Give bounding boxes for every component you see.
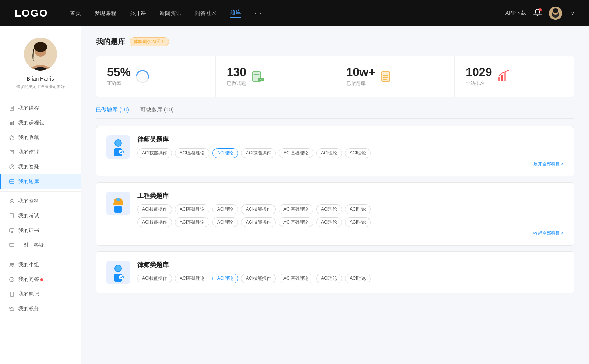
sidebar-item-qa[interactable]: 我的答疑 xyxy=(0,160,81,174)
nav-discover[interactable]: 发现课程 xyxy=(94,10,116,17)
main-nav: 首页 发现课程 公开课 新闻资讯 问答社区 题库 ··· xyxy=(70,9,505,18)
svg-point-21 xyxy=(11,199,13,201)
file-icon xyxy=(9,105,15,111)
sidebar-item-homework[interactable]: 我的作业 xyxy=(0,145,81,160)
stat-done-label: 已做试题 xyxy=(227,80,246,87)
tag-item[interactable]: ACI理论 xyxy=(316,217,342,227)
user-icon xyxy=(9,198,15,204)
trial-badge: 体验剩余23天！ xyxy=(130,37,169,46)
nav-news[interactable]: 新闻资讯 xyxy=(159,10,181,17)
edit-icon xyxy=(9,149,15,155)
lawyer-2-icon xyxy=(110,263,126,282)
svg-rect-7 xyxy=(10,106,14,110)
qbank-lawyer-2-tags: ACI技能操作 ACI基础理论 ACI理论 ACI技能操作 ACI基础理论 AC… xyxy=(137,274,564,283)
tag-item[interactable]: ACI技能操作 xyxy=(241,148,276,158)
svg-point-71 xyxy=(119,275,123,279)
notification-bell[interactable] xyxy=(533,8,542,18)
stat-ranking: 1029 全站排名 xyxy=(455,56,574,97)
svg-rect-66 xyxy=(114,206,122,213)
stat-rank-number: 1029 xyxy=(466,66,492,78)
sidebar-item-exams[interactable]: 我的考试 xyxy=(0,208,81,223)
nav-qa[interactable]: 问答社区 xyxy=(195,10,217,17)
tag-item[interactable]: ACI基础理论 xyxy=(175,217,209,227)
avatar-image xyxy=(549,7,562,20)
collapse-button-engineer[interactable]: 收起全部科目 > xyxy=(137,230,564,236)
svg-point-6 xyxy=(34,42,47,52)
tag-item[interactable]: ACI理论 xyxy=(316,148,342,158)
tag-item[interactable]: ACI基础理论 xyxy=(175,148,209,158)
tag-item-active[interactable]: ACI理论 xyxy=(212,148,238,158)
tag-item[interactable]: ACI技能操作 xyxy=(137,217,172,227)
sidebar-item-packages[interactable]: 我的课程包... xyxy=(0,115,81,130)
svg-rect-12 xyxy=(13,121,14,125)
engineer-icon xyxy=(110,194,126,213)
user-menu-chevron[interactable]: ∨ xyxy=(571,11,574,16)
tag-item[interactable]: ACI技能操作 xyxy=(137,204,172,214)
tag-item[interactable]: ACI基础理论 xyxy=(279,204,313,214)
expand-button-lawyer-1[interactable]: 展开全部科目 > xyxy=(137,161,564,167)
tag-item[interactable]: ACI理论 xyxy=(212,217,238,227)
tag-item[interactable]: ACI技能操作 xyxy=(241,274,276,283)
sidebar-label-points: 我的积分 xyxy=(18,306,39,312)
tab-available-banks[interactable]: 可做题库 (10) xyxy=(140,106,174,118)
tag-item[interactable]: ACI理论 xyxy=(345,148,371,158)
filetext-icon xyxy=(9,213,15,219)
question-icon: ? xyxy=(9,276,15,282)
avatar[interactable] xyxy=(549,7,562,20)
stat-done-questions: 130 已做试题 ✓ xyxy=(216,56,335,97)
tag-item[interactable]: ACI技能操作 xyxy=(137,274,172,283)
sidebar-item-certificate[interactable]: 我的证书 xyxy=(0,223,81,238)
table-icon xyxy=(9,179,15,185)
sidebar-item-profile[interactable]: 我的资料 xyxy=(0,194,81,208)
nav-home[interactable]: 首页 xyxy=(70,10,81,17)
sidebar-item-myqa[interactable]: ? 我的问答 xyxy=(0,272,81,287)
tag-item-active[interactable]: ACI理论 xyxy=(212,274,238,283)
tag-item[interactable]: ACI理论 xyxy=(345,204,371,214)
svg-rect-64 xyxy=(113,203,123,205)
page-title: 我的题库 xyxy=(96,37,125,47)
sidebar-item-favorites[interactable]: 我的收藏 xyxy=(0,130,81,145)
logo: LOGO xyxy=(15,7,48,19)
nav-more[interactable]: ··· xyxy=(254,10,262,17)
notebook-icon xyxy=(9,291,15,297)
sidebar-item-courses[interactable]: 我的课程 xyxy=(0,101,81,115)
stat-accuracy: 55% 正确率 xyxy=(96,56,216,97)
qbank-engineer-tags-row1: ACI技能操作 ACI基础理论 ACI理论 ACI技能操作 ACI基础理论 AC… xyxy=(137,204,564,214)
qbank-card-lawyer-2: 律师类题库 ACI技能操作 ACI基础理论 ACI理论 ACI技能操作 ACI基… xyxy=(96,251,574,293)
sidebar-item-points[interactable]: 我的积分 xyxy=(0,301,81,316)
tag-item[interactable]: ACI基础理论 xyxy=(175,274,209,283)
nav-opencourse[interactable]: 公开课 xyxy=(130,10,146,17)
sidebar-item-notes[interactable]: 我的笔记 xyxy=(0,287,81,301)
nav-qbank[interactable]: 题库 xyxy=(230,9,241,18)
tag-item[interactable]: ACI理论 xyxy=(316,204,342,214)
tag-item[interactable]: ACI技能操作 xyxy=(241,217,276,227)
page-body: Brian Harris 错误的决定比没有决定要好 我的课程 我的课程包... xyxy=(0,26,589,364)
tag-item[interactable]: ACI技能操作 xyxy=(241,204,276,214)
stat-done-banks: 10w+ 已做题库 xyxy=(335,56,455,97)
svg-rect-18 xyxy=(10,180,14,183)
tag-item[interactable]: ACI基础理论 xyxy=(175,204,209,214)
sidebar-item-oneone[interactable]: 一对一答疑 xyxy=(0,238,81,253)
tab-done-banks[interactable]: 已做题库 (10) xyxy=(96,106,129,118)
svg-point-41 xyxy=(139,73,146,80)
app-download-button[interactable]: APP下载 xyxy=(505,10,526,17)
tag-item[interactable]: ACI理论 xyxy=(345,217,371,227)
svg-rect-57 xyxy=(504,72,506,81)
qbank-lawyer-1-tags: ACI技能操作 ACI基础理论 ACI理论 ACI技能操作 ACI基础理论 AC… xyxy=(137,148,564,158)
sidebar-item-qbank[interactable]: 我的题库 xyxy=(0,174,81,189)
sidebar-label-oneone: 一对一答疑 xyxy=(18,242,44,249)
svg-text:?: ? xyxy=(11,278,13,281)
tag-item[interactable]: ACI理论 xyxy=(212,204,238,214)
sidebar-label-qbank: 我的题库 xyxy=(18,178,39,185)
qbank-lawyer-2-icon-wrap xyxy=(106,261,130,284)
tag-item[interactable]: ACI基础理论 xyxy=(279,274,313,283)
sidebar-item-group[interactable]: 我的小组 xyxy=(0,257,81,272)
done-banks-icon xyxy=(381,70,394,83)
tag-item[interactable]: ACI基础理论 xyxy=(279,217,313,227)
svg-marker-38 xyxy=(10,307,14,310)
lawyer-icon xyxy=(110,138,126,156)
tag-item[interactable]: ACI理论 xyxy=(345,274,371,283)
tag-item[interactable]: ACI基础理论 xyxy=(279,148,313,158)
tag-item[interactable]: ACI理论 xyxy=(316,274,342,283)
tag-item[interactable]: ACI技能操作 xyxy=(137,148,172,158)
